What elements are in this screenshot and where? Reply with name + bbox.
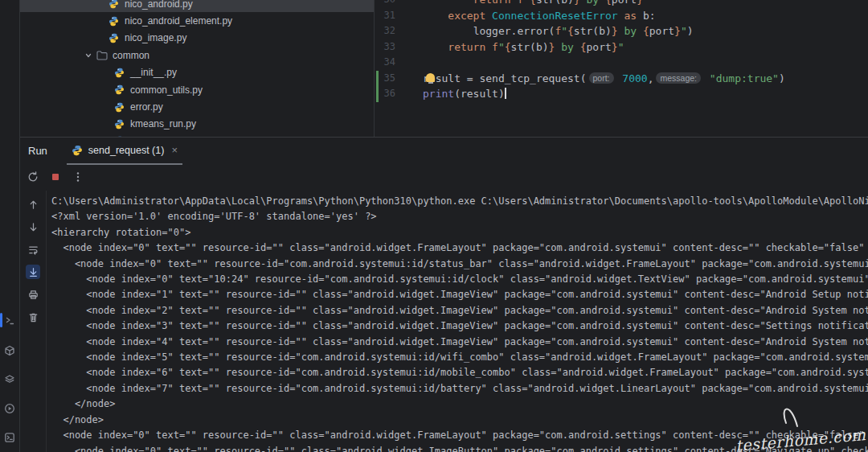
parameter-hint: message:: [656, 72, 701, 84]
line-number: 31: [379, 8, 395, 24]
python-console-icon[interactable]: [2, 312, 18, 328]
intention-bulb-icon[interactable]: [426, 73, 435, 82]
project-tree-items: nico_android.pynico_android_element.pyni…: [20, 0, 374, 137]
soft-wrap-icon[interactable]: [26, 242, 40, 257]
more-options-icon[interactable]: [68, 167, 88, 187]
tree-item-error-py[interactable]: error.py: [20, 98, 374, 115]
line-number: 32: [379, 23, 395, 39]
stop-icon[interactable]: [46, 167, 65, 187]
editor-line-34[interactable]: 34: [375, 55, 868, 71]
console-line: <node index="6" text="" resource-id="com…: [51, 365, 868, 380]
console-output[interactable]: C:\Users\Administrator\AppData\Local\Pro…: [47, 191, 868, 452]
code-text: print(result): [395, 86, 506, 102]
console-line: </node>: [51, 397, 868, 412]
console-line: <node index="0" text="" resource-id="" c…: [51, 240, 868, 256]
code-editor[interactable]: 30 return f"{str(b)} by {port}"31 except…: [374, 0, 868, 137]
console-line: <node index="0" text="" resource-id="" c…: [51, 428, 868, 443]
parameter-hint: port:: [589, 72, 614, 84]
print-icon[interactable]: [26, 287, 40, 302]
code-text: return f"{str(b)} by {port}": [395, 39, 624, 55]
console-line: <node index="0" text="" resource-id="com…: [51, 257, 868, 272]
python-packages-icon[interactable]: [2, 343, 18, 359]
line-number: 35: [379, 71, 395, 87]
tree-item-label: __init__.py: [130, 67, 177, 78]
console-line: <node index="2" text="" resource-id="" c…: [51, 303, 868, 318]
services-icon[interactable]: [2, 372, 18, 388]
run-tab-label: send_request (1): [88, 145, 165, 156]
tree-item-label: common: [113, 50, 149, 61]
tree-item-nico_android-py[interactable]: nico_android.py: [20, 0, 374, 12]
editor-lines: 30 return f"{str(b)} by {port}"31 except…: [375, 0, 868, 102]
project-tree[interactable]: nico_android.pynico_android_element.pyni…: [20, 0, 374, 137]
rerun-icon[interactable]: [23, 167, 43, 187]
tree-item-common[interactable]: common: [20, 47, 374, 64]
tree-item-label: nico_image.py: [125, 32, 186, 43]
code-text: [395, 55, 423, 71]
console-line: <node index="4" text="" resource-id="" c…: [51, 335, 868, 350]
python-file-icon: [113, 118, 125, 130]
python-file-icon: [113, 101, 125, 113]
python-file-icon: [108, 15, 120, 27]
console-area: C:\Users\Administrator\AppData\Local\Pro…: [20, 191, 868, 452]
change-marker: [376, 71, 379, 87]
terminal-icon[interactable]: [2, 429, 18, 446]
tool-window-stripe: [0, 0, 20, 452]
up-stack-trace-icon[interactable]: [26, 197, 40, 212]
console-line: <hierarchy rotation="0">: [51, 225, 868, 240]
text-caret: [505, 88, 506, 99]
tree-item-kmeans_run-py[interactable]: kmeans_run.py: [20, 116, 374, 133]
run-icon[interactable]: [2, 401, 18, 417]
code-text: result = send_tcp_request(port: 7000,mes…: [395, 71, 785, 87]
chevron-down-icon[interactable]: [84, 49, 93, 61]
run-toolbar: [20, 164, 868, 190]
clear-all-icon[interactable]: [26, 310, 40, 324]
python-file-icon: [108, 0, 120, 10]
run-tab-send-request[interactable]: send_request (1) ×: [67, 137, 182, 165]
tree-item-nico_android_element-py[interactable]: nico_android_element.py: [20, 12, 374, 29]
run-panel-title: Run: [28, 145, 47, 157]
code-text: return f"{str(b)} by {port}": [395, 0, 649, 8]
console-line: <node index="3" text="" resource-id="" c…: [51, 318, 868, 334]
python-file-icon: [108, 32, 120, 44]
console-line: <node index="7" text="" resource-id="com…: [51, 381, 868, 397]
tree-item-nico_image-py[interactable]: nico_image.py: [20, 30, 374, 47]
run-header: Run send_request (1) ×: [20, 138, 868, 164]
console-gutter: [20, 191, 47, 452]
tree-item-__init__-py[interactable]: __init__.py: [20, 64, 374, 81]
scroll-to-end-icon[interactable]: [26, 265, 40, 279]
console-line: <node index="1" text="" resource-id="" c…: [51, 287, 868, 302]
folder-icon: [96, 49, 108, 61]
code-text: logger.error(f"{str(b)} by {port}"): [395, 23, 694, 39]
tree-item-label: error.py: [130, 101, 163, 113]
line-number: 36: [379, 86, 395, 102]
editor-line-30[interactable]: 30 return f"{str(b)} by {port}": [375, 0, 868, 8]
tree-item-label: nico_android_element.py: [125, 15, 232, 27]
editor-line-35[interactable]: 35result = send_tcp_request(port: 7000,m…: [375, 71, 868, 87]
code-text: except ConnectionResetError as b:: [395, 8, 656, 24]
python-file-icon: [113, 84, 125, 96]
python-file-icon: [113, 67, 125, 79]
console-line: <node index="5" text="" resource-id="com…: [51, 350, 868, 365]
editor-line-36[interactable]: 36print(result): [375, 86, 868, 102]
ide-window: nico_android.pynico_android_element.pyni…: [0, 0, 868, 452]
change-marker: [376, 86, 379, 102]
tree-item-label: common_utils.py: [130, 84, 203, 96]
console-line: <?xml version='1.0' encoding='UTF-8' sta…: [51, 209, 868, 224]
console-line: <node index="0" text="" resource-id="" c…: [51, 444, 868, 452]
editor-line-32[interactable]: 32 logger.error(f"{str(b)} by {port}"): [375, 23, 868, 39]
line-number: 30: [379, 0, 395, 8]
console-line: </node>: [51, 413, 868, 428]
console-line: C:\Users\Administrator\AppData\Local\Pro…: [51, 194, 868, 209]
editor-line-31[interactable]: 31 except ConnectionResetError as b:: [375, 8, 868, 24]
run-tool-window: Run send_request (1) × C:\Users\Administ…: [20, 137, 868, 452]
python-logo-icon: [72, 144, 84, 156]
editor-line-33[interactable]: 33 return f"{str(b)} by {port}": [375, 39, 868, 55]
line-number: 33: [379, 39, 395, 55]
tree-item-label: nico_android.py: [125, 0, 193, 10]
tree-item-common_utils-py[interactable]: common_utils.py: [20, 81, 374, 98]
tree-item-label: kmeans_run.py: [130, 118, 196, 129]
line-number: 34: [379, 55, 395, 71]
console-line: <node index="0" text="10:24" resource-id…: [51, 272, 868, 287]
down-stack-trace-icon[interactable]: [26, 220, 40, 234]
close-icon[interactable]: ×: [171, 145, 178, 155]
